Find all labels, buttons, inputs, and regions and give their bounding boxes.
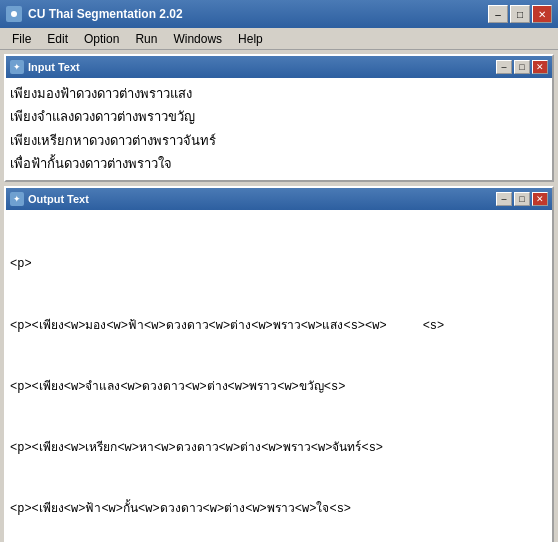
output-line-2: <p><เพียง<w>มอง<w>ฟ้า<w>ดวงดาว<w>ต่าง<w>… [10,316,548,336]
input-panel-titlebar: ✦ Input Text – □ ✕ [6,56,552,78]
input-panel-icon: ✦ [10,60,24,74]
input-panel-title: Input Text [28,61,80,73]
app-title: CU Thai Segmentation 2.02 [28,7,183,21]
minimize-button[interactable]: – [488,5,508,23]
close-button[interactable]: ✕ [532,5,552,23]
input-panel: ✦ Input Text – □ ✕ เพียงมองฟ้าดวงดาวต่าง… [4,54,554,182]
menu-file[interactable]: File [4,30,39,48]
output-line-5: <p><เพียง<w>ฟ้า<w>กั้น<w>ดวงดาว<w>ต่าง<w… [10,499,548,519]
output-close-btn[interactable]: ✕ [532,192,548,206]
output-panel-title-left: ✦ Output Text [10,192,89,206]
output-panel: ✦ Output Text – □ ✕ <p> <p><เพียง<w>มอง<… [4,186,554,542]
menu-option[interactable]: Option [76,30,127,48]
input-line-4: เพื่อฟ้ากั้นดวงดาวต่างพราวใจ [10,152,548,175]
output-minimize-btn[interactable]: – [496,192,512,206]
input-line-2: เพียงจำแลงดวงดาวต่างพราวขวัญ [10,105,548,128]
output-panel-content[interactable]: <p> <p><เพียง<w>มอง<w>ฟ้า<w>ดวงดาว<w>ต่า… [6,210,552,542]
app-icon [6,6,22,22]
output-panel-controls: – □ ✕ [496,192,548,206]
input-panel-title-left: ✦ Input Text [10,60,80,74]
menu-run[interactable]: Run [127,30,165,48]
input-line-3: เพียงเหรียกหาดวงดาวต่างพราวจันทร์ [10,129,548,152]
menu-help[interactable]: Help [230,30,271,48]
output-panel-titlebar: ✦ Output Text – □ ✕ [6,188,552,210]
output-line-4: <p><เพียง<w>เหรียก<w>หา<w>ดวงดาว<w>ต่าง<… [10,438,548,458]
maximize-button[interactable]: □ [510,5,530,23]
menu-bar: File Edit Option Run Windows Help [0,28,558,50]
input-panel-content[interactable]: เพียงมองฟ้าดวงดาวต่างพราวแสง เพียงจำแลงด… [6,78,552,180]
menu-windows[interactable]: Windows [165,30,230,48]
title-bar-controls: – □ ✕ [488,5,552,23]
output-panel-icon: ✦ [10,192,24,206]
input-close-btn[interactable]: ✕ [532,60,548,74]
input-text: เพียงมองฟ้าดวงดาวต่างพราวแสง เพียงจำแลงด… [10,82,548,176]
output-line-3: <p><เพียง<w>จำแลง<w>ดวงดาว<w>ต่าง<w>พราว… [10,377,548,397]
input-minimize-btn[interactable]: – [496,60,512,74]
main-content: ✦ Input Text – □ ✕ เพียงมองฟ้าดวงดาวต่าง… [0,50,558,542]
input-maximize-btn[interactable]: □ [514,60,530,74]
menu-edit[interactable]: Edit [39,30,76,48]
input-line-1: เพียงมองฟ้าดวงดาวต่างพราวแสง [10,82,548,105]
output-maximize-btn[interactable]: □ [514,192,530,206]
title-bar: CU Thai Segmentation 2.02 – □ ✕ [0,0,558,28]
title-bar-left: CU Thai Segmentation 2.02 [6,6,183,22]
output-panel-title: Output Text [28,193,89,205]
output-text: <p> <p><เพียง<w>มอง<w>ฟ้า<w>ดวงดาว<w>ต่า… [10,214,548,542]
svg-point-1 [11,11,17,17]
input-panel-controls: – □ ✕ [496,60,548,74]
output-line-1: <p> [10,254,548,274]
